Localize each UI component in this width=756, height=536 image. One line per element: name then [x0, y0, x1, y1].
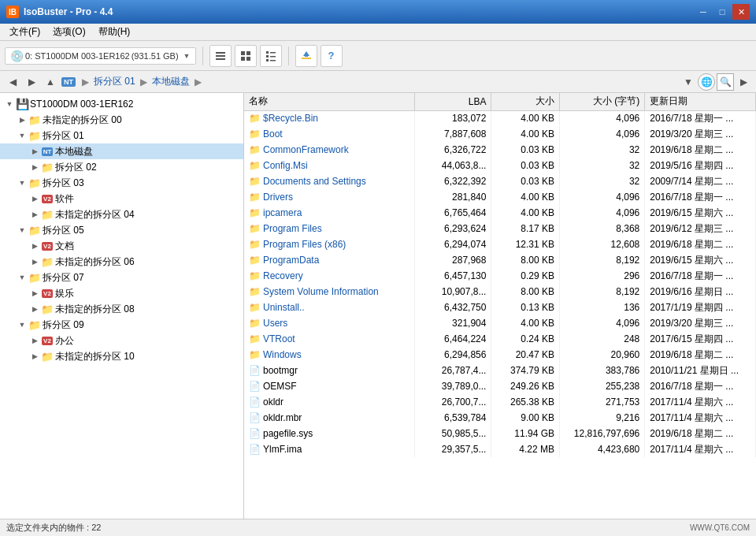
- table-row[interactable]: 📄okldr.mbr6,539,7849.00 KB9,2162017/11/4…: [244, 410, 756, 426]
- tree-icon-p1-ntfs: NT: [41, 145, 54, 158]
- tree-expand-p5[interactable]: ▼: [16, 224, 28, 236]
- menu-bar: 文件(F) 选项(O) 帮助(H): [0, 24, 756, 41]
- file-size: 8.00 KB: [491, 284, 560, 300]
- close-button[interactable]: ✕: [732, 4, 750, 20]
- disk-selector[interactable]: 💿 0: ST1000DM 003-1ER162 (931.51 GB) ▼: [5, 47, 196, 65]
- tree-expand-p6[interactable]: ▶: [28, 255, 41, 268]
- address-dropdown-button[interactable]: ▼: [680, 74, 696, 90]
- col-header-name[interactable]: 名称: [244, 93, 415, 110]
- toolbar-extract-button[interactable]: [295, 45, 317, 67]
- table-row[interactable]: 📁Documents and Settings6,322,3920.03 KB3…: [244, 173, 756, 189]
- table-row[interactable]: 📁Windows6,294,85620.47 KB20,9602019/6/18…: [244, 347, 756, 363]
- tree-item-p10[interactable]: ▶📁未指定的拆分区 10: [0, 348, 243, 364]
- tree-expand-p4[interactable]: ▶: [28, 208, 41, 221]
- table-row[interactable]: 📄YlmF.ima29,357,5...4.22 MB4,423,6802017…: [244, 441, 756, 457]
- tree-expand-p10[interactable]: ▶: [28, 350, 41, 363]
- path-part-2[interactable]: 本地磁盘: [152, 75, 190, 88]
- svg-rect-7: [266, 51, 269, 54]
- tree-expand-p0[interactable]: ▶: [16, 114, 28, 126]
- table-row[interactable]: 📁Program Files6,293,6248.17 KB8,3682019/…: [244, 221, 756, 236]
- tree-expand-p8[interactable]: ▶: [28, 303, 41, 315]
- file-bytes: 8,192: [560, 252, 645, 268]
- search-expand-button[interactable]: ▶: [736, 74, 751, 90]
- col-header-lba[interactable]: LBA: [415, 93, 491, 110]
- file-icon: 📄: [249, 428, 260, 439]
- tree-expand-root[interactable]: ▼: [3, 98, 16, 110]
- tree-label-p5: 拆分区 05: [43, 224, 84, 237]
- file-name-cell: 📁CommonFramework: [244, 142, 415, 158]
- path-part-1[interactable]: 拆分区 01: [94, 75, 135, 88]
- tree-expand-p2[interactable]: ▶: [28, 161, 41, 173]
- table-row[interactable]: 📁ipcamera6,765,4644.00 KB4,0962019/6/15 …: [244, 205, 756, 221]
- tree-item-root[interactable]: ▼💾ST1000DM 003-1ER162: [0, 96, 243, 112]
- toolbar-btn-1[interactable]: [209, 45, 232, 67]
- table-row[interactable]: 📁Config.Msi44,063,8...0.03 KB322019/5/16…: [244, 158, 756, 173]
- tree-expand-p7[interactable]: ▼: [16, 271, 28, 284]
- tree-expand-p3[interactable]: ▼: [16, 177, 28, 189]
- folder-icon: 📁: [249, 160, 260, 171]
- table-row[interactable]: 📁Drivers281,8404.00 KB4,0962016/7/18 星期一…: [244, 189, 756, 205]
- tree-expand-p9[interactable]: ▼: [16, 318, 28, 331]
- svg-rect-9: [266, 55, 269, 58]
- tree-expand-p7-vt[interactable]: ▶: [28, 287, 41, 300]
- table-row[interactable]: 📄OEMSF39,789,0...249.26 KB255,2382016/7/…: [244, 378, 756, 394]
- file-date: 2016/7/18 星期一 ...: [645, 189, 756, 205]
- menu-options[interactable]: 选项(O): [46, 24, 91, 40]
- tree-item-p6[interactable]: ▶📁未指定的拆分区 06: [0, 254, 243, 270]
- table-row[interactable]: 📄pagefile.sys50,985,5...11.94 GB12,816,7…: [244, 426, 756, 441]
- toolbar-btn-3[interactable]: [260, 45, 282, 67]
- tree-expand-p1[interactable]: ▼: [16, 129, 28, 142]
- address-right: ▼ 🌐 🔍 ▶: [680, 73, 751, 91]
- tree-item-p9-vt[interactable]: ▶V2办公: [0, 333, 243, 348]
- table-row[interactable]: 📁Boot7,887,6084.00 KB4,0962019/3/20 星期三 …: [244, 126, 756, 142]
- table-row[interactable]: 📁Recovery6,457,1300.29 KB2962016/7/18 星期…: [244, 268, 756, 284]
- file-date: 2019/6/18 星期二 ...: [645, 426, 756, 441]
- maximize-button[interactable]: □: [713, 4, 731, 20]
- table-row[interactable]: 📁ProgramData287,9688.00 KB8,1922019/6/15…: [244, 252, 756, 268]
- tree-item-p9[interactable]: ▼📁拆分区 09: [0, 317, 243, 333]
- go-button[interactable]: 🌐: [698, 73, 715, 91]
- tree-item-p4[interactable]: ▶📁未指定的拆分区 04: [0, 207, 243, 222]
- tree-item-p2[interactable]: ▶📁拆分区 02: [0, 159, 243, 175]
- tree-expand-p5-vt[interactable]: ▶: [28, 240, 41, 252]
- tree-item-p1[interactable]: ▼📁拆分区 01: [0, 128, 243, 143]
- search-button[interactable]: 🔍: [717, 73, 734, 91]
- col-header-bytes[interactable]: 大小 (字节): [560, 93, 645, 110]
- table-row[interactable]: 📄okldr26,700,7...265.38 KB271,7532017/11…: [244, 394, 756, 410]
- menu-file[interactable]: 文件(F): [3, 24, 46, 40]
- tree-item-p1-ntfs[interactable]: ▶NT本地磁盘: [0, 143, 243, 159]
- tree-item-p5-vt[interactable]: ▶V2文档: [0, 238, 243, 254]
- menu-help[interactable]: 帮助(H): [92, 24, 137, 40]
- col-header-date[interactable]: 更新日期: [645, 93, 756, 110]
- table-row[interactable]: 📁Uninstall..6,432,7500.13 KB1362017/1/19…: [244, 300, 756, 315]
- table-row[interactable]: 📁CommonFramework6,326,7220.03 KB322019/6…: [244, 142, 756, 158]
- file-size: 4.00 KB: [491, 315, 560, 331]
- tree-item-p0[interactable]: ▶📁未指定的拆分区 00: [0, 112, 243, 128]
- tree-item-p5[interactable]: ▼📁拆分区 05: [0, 222, 243, 238]
- up-button[interactable]: ▲: [43, 74, 58, 90]
- file-lba: 321,904: [415, 315, 491, 331]
- toolbar-btn-2[interactable]: [235, 45, 257, 67]
- minimize-button[interactable]: ─: [695, 4, 712, 20]
- table-row[interactable]: 📁$Recycle.Bin183,0724.00 KB4,0962016/7/1…: [244, 110, 756, 126]
- back-button[interactable]: ◀: [5, 74, 20, 90]
- col-header-size[interactable]: 大小: [491, 93, 560, 110]
- tree-item-p7[interactable]: ▼📁拆分区 07: [0, 270, 243, 285]
- tree-item-p3[interactable]: ▼📁拆分区 03: [0, 175, 243, 191]
- table-row[interactable]: 📁Program Files (x86)6,294,07412.31 KB12,…: [244, 236, 756, 252]
- tree-icon-p2: 📁: [41, 161, 54, 173]
- tree-expand-p1-ntfs[interactable]: ▶: [28, 145, 41, 158]
- table-row[interactable]: 📁System Volume Information10,907,8...8.0…: [244, 284, 756, 300]
- forward-button[interactable]: ▶: [24, 74, 39, 90]
- table-row[interactable]: 📄bootmgr26,787,4...374.79 KB383,7862010/…: [244, 363, 756, 378]
- tree-item-p7-vt[interactable]: ▶V2娱乐: [0, 285, 243, 301]
- file-bytes: 12,608: [560, 236, 645, 252]
- tree-item-p3-vt[interactable]: ▶V2软件: [0, 191, 243, 207]
- table-row[interactable]: 📁Users321,9044.00 KB4,0962019/3/20 星期三 .…: [244, 315, 756, 331]
- file-bytes: 32: [560, 142, 645, 158]
- toolbar-help-button[interactable]: ?: [321, 45, 343, 67]
- tree-expand-p9-vt[interactable]: ▶: [28, 334, 41, 347]
- tree-item-p8[interactable]: ▶📁未指定的拆分区 08: [0, 301, 243, 317]
- tree-expand-p3-vt[interactable]: ▶: [28, 192, 41, 205]
- table-row[interactable]: 📁VTRoot6,464,2240.24 KB2482017/6/15 星期四 …: [244, 331, 756, 347]
